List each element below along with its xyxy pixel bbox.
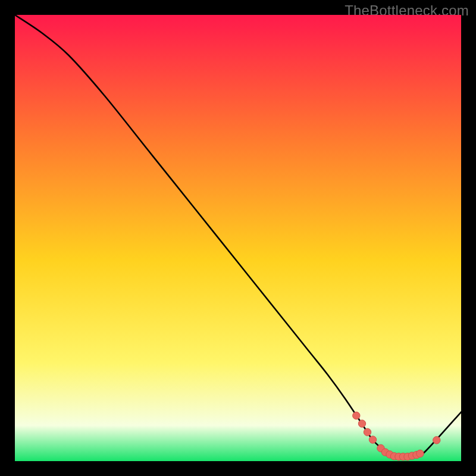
chart-svg <box>15 15 461 461</box>
curve-marker <box>364 428 371 436</box>
curve-marker <box>353 412 360 419</box>
chart-stage: TheBottleneck.com <box>0 0 476 476</box>
curve-marker <box>416 450 424 457</box>
curve-marker <box>433 437 440 444</box>
curve-marker <box>358 420 365 427</box>
curve-marker <box>369 436 376 443</box>
plot-area <box>15 15 461 461</box>
gradient-background <box>15 15 461 461</box>
